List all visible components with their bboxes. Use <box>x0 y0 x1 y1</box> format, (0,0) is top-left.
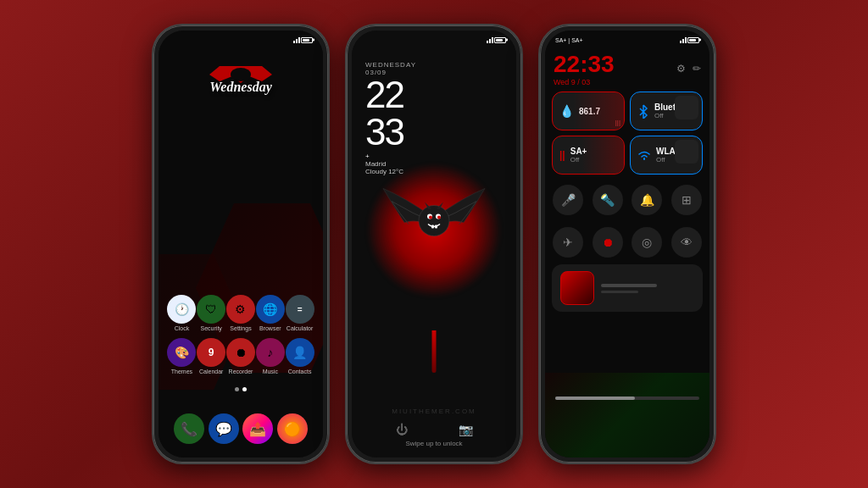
cc-brightness-track <box>555 396 699 400</box>
dock-share[interactable]: 📤 <box>242 413 273 444</box>
cc-media-info <box>601 284 694 293</box>
app-clock[interactable]: 🕐 Clock <box>167 295 197 331</box>
cc-date: Wed 9 / 03 <box>554 78 615 86</box>
blood-drip <box>432 330 437 373</box>
lock-bottom-icons: ⏻ 📷 <box>396 423 473 436</box>
svg-rect-8 <box>435 225 437 228</box>
dot-1 <box>235 387 239 391</box>
data-icon: 💧 <box>559 104 574 118</box>
dock-messages[interactable]: 💬 <box>209 413 239 444</box>
app-contacts-label: Contacts <box>288 369 312 374</box>
carrier-label: SA+ | SA+ <box>555 37 583 43</box>
cc-tile-data-bar: ||| <box>615 119 620 126</box>
cc-brightness-fill <box>555 396 635 400</box>
app-contacts[interactable]: 👤 Contacts <box>285 338 314 374</box>
phone1-logo-area: Wednesday <box>159 63 323 95</box>
camera-icon: 📷 <box>459 423 473 436</box>
phone3-background: SA+ | SA+ 22:33 Wed 9 / 03 ⚙ <box>545 30 709 458</box>
app-recorder-label: Recorder <box>229 369 253 374</box>
status-bar-phone1 <box>159 30 323 49</box>
app-security-label: Security <box>201 325 222 331</box>
cc-wlan-thumb <box>675 140 698 164</box>
app-clock-label: Clock <box>175 325 190 331</box>
clock-plus: + <box>365 152 416 160</box>
bluetooth-icon <box>637 103 649 119</box>
settings-icon[interactable]: ⚙ <box>676 63 686 75</box>
phone-2: WEDNESDAY 03/09 22 33 + Madrid Cloudy 12… <box>345 24 523 464</box>
cc-header-icons: ⚙ ✏ <box>676 63 701 75</box>
power-icon: ⏻ <box>396 423 408 436</box>
dock-gallery[interactable]: 🟠 <box>277 413 308 444</box>
cc-btn-record[interactable]: ⏺ <box>593 227 623 258</box>
cc-btn-screen[interactable]: ⊞ <box>671 185 702 215</box>
page-dots <box>159 387 323 391</box>
svg-rect-7 <box>431 225 434 228</box>
app-calendar[interactable]: 9 Calendar <box>197 338 226 374</box>
cc-media-player[interactable] <box>552 264 703 312</box>
edit-icon[interactable]: ✏ <box>693 63 701 75</box>
cc-btn-mic[interactable]: 🎤 <box>553 185 583 215</box>
battery-icon <box>301 37 313 43</box>
phone2-background: WEDNESDAY 03/09 22 33 + Madrid Cloudy 12… <box>352 30 516 458</box>
sa-icon: || <box>559 149 565 161</box>
status-icons-phone2 <box>487 36 506 43</box>
cc-btn-bell[interactable]: 🔔 <box>632 185 662 215</box>
clock-weather: Madrid Cloudy 12°C <box>365 160 416 175</box>
cc-time: 22:33 <box>554 51 615 78</box>
app-settings-label: Settings <box>230 325 251 331</box>
app-calculator-label: Calculator <box>287 325 314 331</box>
cc-tile-wlan[interactable]: WLAN Off <box>630 136 703 175</box>
cc-tile-data[interactable]: 💧 861.7 ||| <box>552 92 625 130</box>
lock-clock: WEDNESDAY 03/09 22 33 + Madrid Cloudy 12… <box>365 61 416 175</box>
cc-header: 22:33 Wed 9 / 03 ⚙ ✏ <box>545 51 709 86</box>
app-themes[interactable]: 🎨 Themes <box>167 338 197 374</box>
status-icons-phone3 <box>680 36 699 43</box>
cc-btn-eye[interactable]: 👁 <box>671 227 702 258</box>
phone1-background: Wednesday 🕐 Clock 🛡 Security ⚙ Settings <box>159 30 323 458</box>
app-browser-label: Browser <box>259 325 281 331</box>
wednesday-label: Wednesday <box>209 80 271 95</box>
app-settings[interactable]: ⚙ Settings <box>226 295 256 331</box>
status-bar-phone3: SA+ | SA+ <box>545 30 709 49</box>
cc-tiles-grid: 💧 861.7 ||| Bluetooth Off <box>552 92 703 175</box>
cc-btn-airplane[interactable]: ✈ <box>553 227 583 258</box>
app-calculator[interactable]: = Calculator <box>285 295 314 331</box>
cc-media-title-bar <box>601 284 657 287</box>
cc-tile-bluetooth[interactable]: Bluetooth Off <box>630 92 703 130</box>
app-recorder[interactable]: ⏺ Recorder <box>226 338 256 374</box>
svg-point-6 <box>437 215 441 219</box>
cc-time-date: 22:33 Wed 9 / 03 <box>554 51 615 86</box>
battery-icon-2 <box>494 37 506 43</box>
cc-sa-img <box>581 136 624 174</box>
swipe-hint-text: Swipe up to unlock <box>405 440 462 447</box>
app-security[interactable]: 🛡 Security <box>197 295 226 331</box>
cc-tile-sa[interactable]: || SA+ Off <box>552 136 625 175</box>
app-row-2: 🎨 Themes 9 Calendar ⏺ Recorder ♪ Music <box>167 338 314 374</box>
cc-bt-thumb <box>675 96 698 119</box>
dock-phone[interactable]: 📞 <box>174 413 204 444</box>
app-themes-label: Themes <box>171 369 192 374</box>
clock-hour: 22 33 <box>365 76 416 151</box>
signal-icon <box>293 36 300 43</box>
cc-quick-buttons-2: ✈ ⏺ ◎ 👁 <box>552 224 703 261</box>
app-calendar-label: Calendar <box>199 369 223 374</box>
app-browser[interactable]: 🌐 Browser <box>255 295 285 331</box>
bat-svg <box>379 171 489 264</box>
wifi-icon <box>637 150 651 160</box>
lock-screen-bottom: ⏻ 📷 Swipe up to unlock <box>352 423 516 447</box>
battery-icon-3 <box>687 37 699 43</box>
cc-media-artist-bar <box>601 291 638 293</box>
svg-point-5 <box>429 215 432 219</box>
app-music[interactable]: ♪ Music <box>255 338 285 374</box>
app-music-label: Music <box>263 369 278 374</box>
dot-2 <box>242 387 247 391</box>
cc-btn-location[interactable]: ◎ <box>632 227 662 258</box>
signal-icon-3 <box>680 36 687 43</box>
app-grid: 🕐 Clock 🛡 Security ⚙ Settings 🌐 Browser <box>159 295 323 381</box>
signal-icon-2 <box>487 36 493 43</box>
status-bar-phone2 <box>352 30 516 49</box>
cc-media-thumbnail <box>560 271 594 305</box>
cc-btn-flashlight[interactable]: 🔦 <box>593 185 623 215</box>
app-row-1: 🕐 Clock 🛡 Security ⚙ Settings 🌐 Browser <box>167 295 314 331</box>
cc-quick-buttons-1: 🎤 🔦 🔔 ⊞ <box>552 181 703 219</box>
